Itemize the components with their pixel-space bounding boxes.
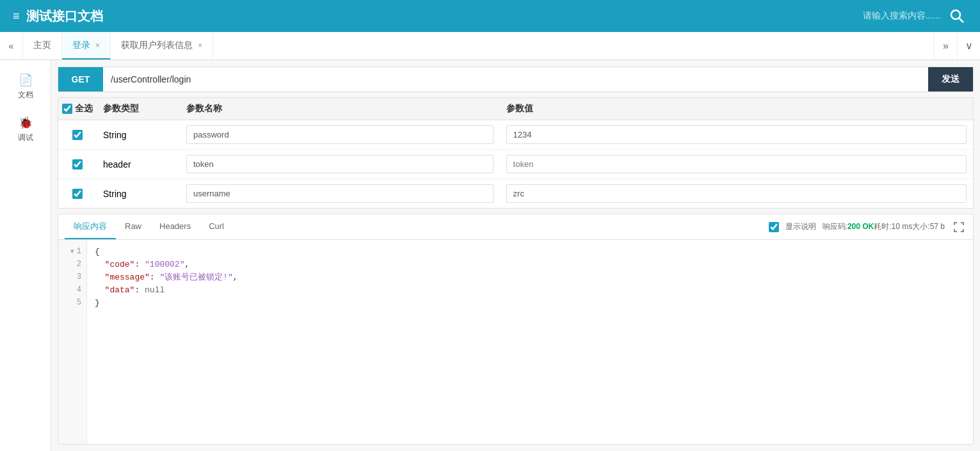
line-num-4: 4	[58, 283, 86, 296]
response-area: 响应内容 Raw Headers Curl 显示说明 响应码:200 OK耗时:…	[58, 214, 974, 445]
row1-checkbox[interactable]	[72, 130, 83, 140]
row3-checkbox[interactable]	[72, 189, 83, 199]
tab-user-list[interactable]: 获取用户列表信息 ×	[111, 32, 213, 59]
tab-nav-right[interactable]: »	[934, 32, 957, 59]
tab-bar: « 主页 登录 × 获取用户列表信息 × » ∨	[0, 32, 980, 60]
sidebar-item-doc-label: 文档	[18, 90, 33, 100]
app-title: 测试接口文档	[26, 8, 103, 25]
row2-value-input[interactable]	[506, 155, 967, 173]
select-all-label: 全选	[75, 103, 93, 115]
line-numbers: ▼ 1 2 3 4 5	[58, 240, 87, 444]
row2-name-input[interactable]	[186, 155, 494, 173]
table-row: String	[58, 179, 973, 208]
params-header: 全选 参数类型 参数名称 参数值	[58, 98, 973, 120]
table-row: header	[58, 150, 973, 179]
tab-bar-right: » ∨	[934, 32, 980, 59]
tab-response-content[interactable]: 响应内容	[65, 214, 116, 239]
header-name: 参数名称	[180, 103, 500, 115]
params-table: 全选 参数类型 参数名称 参数值 String	[58, 97, 974, 209]
row1-type: String	[97, 130, 180, 140]
code-area: ▼ 1 2 3 4 5 { "code": "100002", "message…	[58, 240, 973, 444]
row3-value-input[interactable]	[506, 184, 967, 203]
line-num-3: 3	[58, 271, 86, 283]
header-title: ≡ 测试接口文档	[13, 8, 103, 25]
row1-name-input[interactable]	[186, 125, 494, 144]
code-line-4: "data": null	[95, 283, 965, 296]
line-num-5: 5	[58, 296, 86, 309]
svg-point-0	[951, 10, 960, 19]
row1-value-cell	[500, 125, 973, 144]
line-num-2: 2	[58, 258, 86, 271]
row3-value-cell	[500, 184, 973, 203]
row2-check-cell	[58, 159, 97, 170]
tab-home[interactable]: 主页	[23, 32, 62, 59]
url-bar: GET 发送	[58, 67, 974, 92]
row1-name-cell	[180, 125, 500, 144]
show-desc-checkbox[interactable]	[769, 222, 779, 232]
search-placeholder-text: 请输入搜索内容......	[863, 10, 940, 22]
row2-type: header	[97, 159, 180, 170]
row1-check-cell	[58, 130, 97, 140]
tab-headers[interactable]: Headers	[150, 214, 200, 239]
row1-value-input[interactable]	[506, 125, 967, 144]
svg-line-1	[959, 18, 963, 22]
select-all-checkbox[interactable]	[62, 104, 72, 114]
show-desc-label: 显示说明	[785, 221, 816, 232]
content-area: GET 发送 全选 参数类型 参数名称 参数值 String	[51, 60, 980, 451]
code-content: { "code": "100002", "message": "该账号已被锁定!…	[87, 240, 973, 444]
header-select-all: 全选	[58, 103, 97, 115]
response-meta: 显示说明 响应码:200 OK耗时:10 ms大小:57 b	[769, 219, 967, 235]
header-value: 参数值	[500, 103, 973, 115]
header-search: 请输入搜索内容......	[863, 6, 967, 26]
code-line-3: "message": "该账号已被锁定!",	[95, 271, 965, 283]
table-row: String	[58, 120, 973, 150]
main-layout: 📄 文档 🐞 调试 GET 发送 全选 参数类型 参数名称 参数值	[0, 60, 980, 451]
response-status-text: 响应码:200 OK耗时:10 ms大小:57 b	[823, 221, 945, 232]
header-type: 参数类型	[97, 103, 180, 115]
debug-icon: 🐞	[19, 116, 33, 130]
code-line-2: "code": "100002",	[95, 258, 965, 271]
tab-login-close[interactable]: ×	[95, 41, 100, 50]
row3-name-input[interactable]	[186, 184, 494, 203]
tab-more-btn[interactable]: ∨	[957, 32, 980, 59]
search-icon[interactable]	[947, 6, 967, 26]
sidebar: 📄 文档 🐞 调试	[0, 60, 51, 451]
row3-check-cell	[58, 189, 97, 199]
code-line-1: {	[95, 245, 965, 258]
menu-icon[interactable]: ≡	[13, 10, 20, 23]
tab-curl[interactable]: Curl	[200, 214, 233, 239]
sidebar-item-debug[interactable]: 🐞 调试	[0, 109, 51, 150]
method-badge: GET	[58, 67, 103, 91]
doc-icon: 📄	[19, 73, 33, 87]
row2-checkbox[interactable]	[72, 159, 83, 170]
row3-name-cell	[180, 184, 500, 203]
tab-login[interactable]: 登录 ×	[62, 32, 111, 59]
row2-name-cell	[180, 155, 500, 173]
sidebar-item-doc[interactable]: 📄 文档	[0, 67, 51, 107]
send-button[interactable]: 发送	[928, 67, 973, 91]
sidebar-item-debug-label: 调试	[18, 132, 33, 143]
header: ≡ 测试接口文档 请输入搜索内容......	[0, 0, 980, 32]
tab-home-label: 主页	[33, 40, 51, 51]
tab-raw[interactable]: Raw	[116, 214, 150, 239]
tab-user-list-close[interactable]: ×	[198, 41, 202, 50]
row3-type: String	[97, 189, 180, 199]
response-tabs-bar: 响应内容 Raw Headers Curl 显示说明 响应码:200 OK耗时:…	[58, 214, 973, 240]
tab-nav-left[interactable]: «	[0, 32, 23, 59]
row2-value-cell	[500, 155, 973, 173]
tab-login-label: 登录	[72, 40, 90, 51]
tab-user-list-label: 获取用户列表信息	[121, 40, 193, 51]
expand-button[interactable]	[951, 219, 967, 235]
line-num-1: ▼ 1	[58, 245, 86, 258]
url-input[interactable]	[103, 74, 928, 84]
code-line-5: }	[95, 296, 965, 309]
